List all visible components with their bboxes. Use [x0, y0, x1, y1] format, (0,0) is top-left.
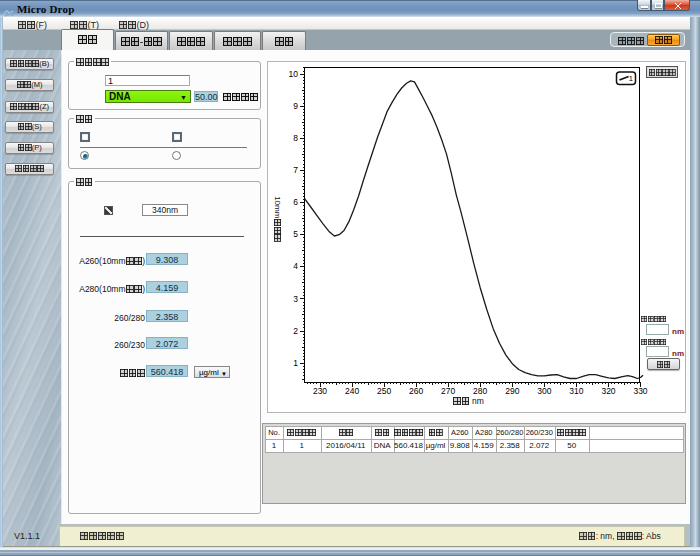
- svg-text:1: 1: [629, 74, 633, 83]
- svg-text:8: 8: [293, 133, 298, 143]
- svg-text:310: 310: [569, 386, 583, 396]
- svg-text:270: 270: [441, 386, 455, 396]
- svg-text:10: 10: [289, 69, 299, 79]
- svg-text:2: 2: [293, 326, 298, 336]
- svg-text:3: 3: [293, 294, 298, 304]
- svg-text:280: 280: [473, 386, 487, 396]
- svg-text:250: 250: [377, 386, 391, 396]
- svg-text:290: 290: [505, 386, 519, 396]
- svg-text:6: 6: [293, 197, 298, 207]
- svg-text:1: 1: [293, 358, 298, 368]
- svg-text:5: 5: [293, 229, 298, 239]
- svg-text:240: 240: [345, 386, 359, 396]
- svg-text:230: 230: [313, 386, 327, 396]
- svg-text:330: 330: [633, 386, 647, 396]
- svg-text:320: 320: [601, 386, 615, 396]
- svg-text:300: 300: [537, 386, 551, 396]
- svg-text:9: 9: [293, 101, 298, 111]
- svg-text:4: 4: [293, 261, 298, 271]
- svg-text:260: 260: [409, 386, 423, 396]
- svg-text:7: 7: [293, 165, 298, 175]
